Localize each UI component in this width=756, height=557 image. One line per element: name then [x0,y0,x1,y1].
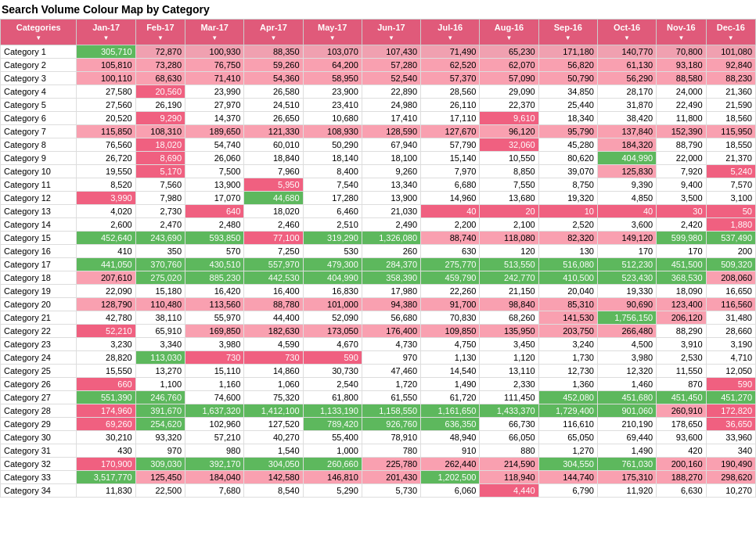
data-cell-oct16: 170 [597,245,656,258]
data-cell-nov16: 93,180 [657,59,706,72]
data-cell-jul16: 28,560 [421,85,480,99]
category-cell: Category 33 [1,471,77,484]
table-row: Category 333,517,770125,450184,040142,58… [1,471,756,484]
data-cell-nov16: 30 [657,205,706,218]
category-cell: Category 18 [1,271,77,285]
category-cell: Category 23 [1,338,77,351]
data-cell-dec16: 116,560 [706,298,755,311]
category-cell: Category 12 [1,192,77,205]
data-cell-mar17: 640 [185,205,244,218]
data-cell-dec16: 509,320 [706,258,755,271]
data-cell-jun17: 2,490 [362,218,420,232]
data-cell-oct16: 761,030 [597,458,656,471]
data-cell-feb17: 7,560 [135,178,185,192]
data-cell-jun17: 61,550 [362,391,420,404]
data-cell-oct16: 3,980 [597,351,656,365]
table-row: Category 164103505707,250530260630120130… [1,245,756,258]
column-header-category[interactable]: Categories▼ [1,20,77,45]
data-cell-dec16: 33,960 [706,431,755,444]
column-header-mar17[interactable]: Mar-17▼ [185,20,244,45]
data-cell-oct16: 266,480 [597,325,656,338]
data-cell-mar17: 16,420 [185,285,244,298]
data-cell-mar17: 7,500 [185,165,244,178]
data-cell-aug16: 513,550 [480,258,538,271]
data-cell-oct16: 31,870 [597,99,656,112]
data-cell-oct16: 40 [597,205,656,218]
data-cell-jul16: 62,520 [421,59,480,72]
data-cell-mar17: 54,740 [185,138,244,152]
data-cell-jul16: 57,790 [421,138,480,152]
data-cell-jan17: 52,210 [77,325,135,338]
data-cell-mar17: 14,370 [185,112,244,125]
data-cell-mar17: 15,110 [185,365,244,378]
data-cell-sep16: 56,820 [538,59,597,72]
data-cell-oct16: 1,490 [597,444,656,458]
category-cell: Category 24 [1,351,77,365]
data-cell-jul16: 14,540 [421,365,480,378]
category-cell: Category 8 [1,138,77,152]
data-cell-jun17: 13,900 [362,192,420,205]
data-cell-aug16: 57,090 [480,72,538,85]
column-header-may17[interactable]: May-17▼ [303,20,362,45]
data-cell-oct16: 901,060 [597,404,656,418]
data-cell-jan17: 128,790 [77,298,135,311]
column-header-nov16[interactable]: Nov-16▼ [657,20,706,45]
data-cell-may17: 103,070 [303,45,362,59]
data-cell-jun17: 21,030 [362,205,420,218]
data-cell-dec16: 5,240 [706,165,755,178]
data-cell-nov16: 152,390 [657,125,706,138]
data-cell-apr17: 7,960 [244,165,303,178]
data-cell-jun17: 17,410 [362,112,420,125]
data-cell-jan17: 27,560 [77,99,135,112]
data-cell-sep16: 8,750 [538,178,597,192]
data-cell-aug16: 13,680 [480,192,538,205]
column-header-aug16[interactable]: Aug-16▼ [480,20,538,45]
data-cell-sep16: 19,320 [538,192,597,205]
data-cell-dec16: 21,360 [706,85,755,99]
data-cell-nov16: 451,500 [657,258,706,271]
category-cell: Category 15 [1,232,77,245]
data-cell-mar17: 570 [185,245,244,258]
data-cell-jun17: 17,980 [362,285,420,298]
data-cell-aug16: 9,610 [480,112,538,125]
data-cell-jan17: 660 [77,378,135,391]
column-header-oct16[interactable]: Oct-16▼ [597,20,656,45]
data-cell-mar17: 102,960 [185,418,244,431]
data-cell-oct16: 56,290 [597,72,656,85]
column-header-sep16[interactable]: Sep-16▼ [538,20,597,45]
data-cell-mar17: 26,060 [185,152,244,165]
data-cell-nov16: 170 [657,245,706,258]
data-cell-sep16: 452,080 [538,391,597,404]
data-cell-oct16: 523,430 [597,271,656,285]
column-header-jun17[interactable]: Jun-17▼ [362,20,420,45]
data-cell-dec16: 537,490 [706,232,755,245]
data-cell-jun17: 358,390 [362,271,420,285]
table-row: Category 15452,640243,690593,85077,10031… [1,232,756,245]
column-header-dec16[interactable]: Dec-16▼ [706,20,755,45]
data-cell-jan17: 76,560 [77,138,135,152]
category-cell: Category 29 [1,418,77,431]
data-cell-may17: 18,140 [303,152,362,165]
data-cell-aug16: 1,120 [480,351,538,365]
data-cell-oct16: 3,600 [597,218,656,232]
data-cell-mar17: 13,900 [185,178,244,192]
data-cell-nov16: 178,650 [657,418,706,431]
page-title: Search Volume Colour Map by Category [0,0,756,19]
category-cell: Category 3 [1,72,77,85]
data-cell-jan17: 410 [77,245,135,258]
category-cell: Category 22 [1,325,77,338]
column-header-jan17[interactable]: Jan-17▼ [77,20,135,45]
category-cell: Category 16 [1,245,77,258]
data-cell-aug16: 8,850 [480,165,538,178]
data-cell-jun17: 201,430 [362,471,420,484]
data-cell-feb17: 73,280 [135,59,185,72]
data-cell-may17: 6,460 [303,205,362,218]
data-cell-aug16: 68,260 [480,311,538,325]
data-cell-sep16: 82,320 [538,232,597,245]
table-row: Category 142,6002,4702,4802,4602,5102,49… [1,218,756,232]
column-header-apr17[interactable]: Apr-17▼ [244,20,303,45]
column-header-feb17[interactable]: Feb-17▼ [135,20,185,45]
column-header-jul16[interactable]: Jul-16▼ [421,20,480,45]
data-cell-apr17: 8,540 [244,484,303,498]
data-cell-apr17: 730 [244,351,303,365]
